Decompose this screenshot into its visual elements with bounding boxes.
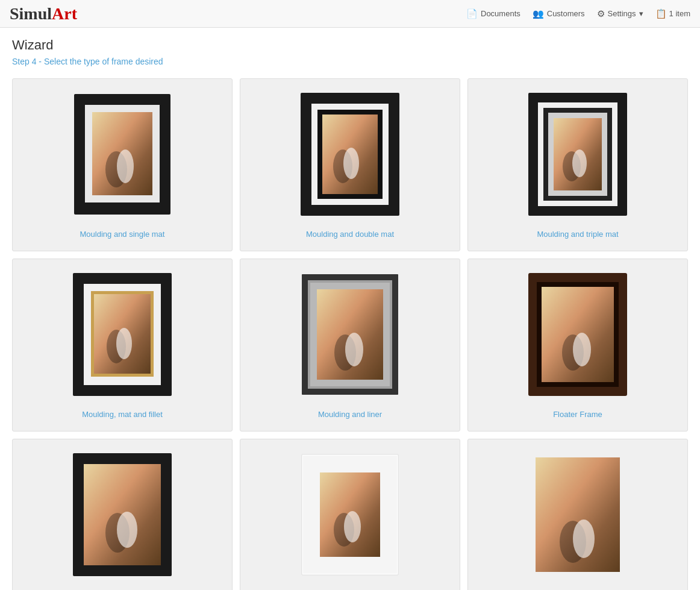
frame-card-mat-fillet[interactable]: Moulding, mat and fillet	[12, 259, 233, 432]
frame-image-mat-fillet	[68, 271, 177, 398]
nav-customers[interactable]: 👥 Customers	[533, 8, 585, 19]
nav-cart[interactable]: 📋 1 item	[655, 8, 690, 19]
frame-card-image-only[interactable]: Image only	[467, 439, 688, 590]
frame-label-liner: Moulding and liner	[318, 410, 382, 419]
page-content: Wizard Step 4 - Select the type of frame…	[0, 28, 700, 590]
documents-label: Documents	[481, 9, 520, 18]
frame-image-liner	[296, 271, 404, 398]
frame-grid: Moulding and single mat	[12, 78, 688, 590]
frame-image-single-mat	[68, 91, 177, 218]
frame-image-double-mat	[296, 91, 404, 218]
frame-image-triple-mat	[523, 91, 632, 218]
step-description: Step 4 - Select the type of frame desire…	[12, 57, 688, 66]
frame-card-moulding-triple-mat[interactable]: Moulding and triple mat	[467, 78, 688, 251]
logo-art: Art	[52, 4, 77, 23]
svg-point-20	[572, 149, 587, 177]
frame-card-moulding-only[interactable]: Moulding only	[12, 439, 233, 590]
logo-simul: Simul	[10, 4, 52, 23]
frame-label-triple-mat: Moulding and triple mat	[537, 230, 618, 239]
svg-point-27	[116, 328, 132, 359]
frame-card-floater[interactable]: Floater Frame	[467, 259, 688, 432]
customers-icon: 👥	[533, 8, 544, 19]
svg-point-45	[117, 512, 137, 548]
frame-image-floater	[523, 271, 632, 398]
cart-icon: 📋	[655, 8, 667, 19]
svg-point-34	[345, 333, 363, 366]
frame-label-single-mat: Moulding and single mat	[80, 230, 165, 239]
frame-card-liner[interactable]: Moulding and liner	[240, 259, 460, 432]
nav-documents[interactable]: 📄 Documents	[466, 8, 520, 19]
settings-label: Settings	[608, 9, 636, 18]
step-prefix: Step 4 -	[12, 57, 44, 66]
frame-card-moulding-double-mat[interactable]: Moulding and double mat	[240, 78, 460, 251]
svg-point-12	[343, 148, 359, 179]
documents-icon: 📄	[466, 8, 478, 19]
svg-point-54	[573, 519, 595, 558]
frame-card-moulding-single-mat[interactable]: Moulding and single mat	[12, 78, 233, 251]
frame-label-mat-fillet: Moulding, mat and fillet	[82, 410, 163, 419]
settings-dropdown-icon: ▾	[639, 9, 643, 18]
frame-label-double-mat: Moulding and double mat	[306, 230, 394, 239]
logo: SimulArt	[10, 4, 77, 24]
svg-point-51	[344, 511, 361, 542]
frame-image-moulding-only	[68, 451, 177, 578]
frame-label-floater: Floater Frame	[553, 410, 602, 419]
frame-image-mat-only	[296, 451, 404, 578]
frame-card-mat-only[interactable]: Mat only	[240, 439, 460, 590]
nav-settings[interactable]: ⚙ Settings ▾	[597, 8, 643, 19]
page-title: Wizard	[12, 37, 688, 53]
nav-links: 📄 Documents 👥 Customers ⚙ Settings ▾ 📋 1…	[466, 8, 690, 19]
svg-point-40	[573, 333, 591, 366]
svg-point-5	[117, 149, 134, 183]
step-text: Select the type of frame desired	[44, 57, 163, 66]
navbar: SimulArt 📄 Documents 👥 Customers ⚙ Setti…	[0, 0, 700, 28]
frame-image-image-only	[523, 451, 632, 578]
cart-label: 1 item	[669, 9, 690, 18]
settings-icon: ⚙	[597, 8, 605, 19]
customers-label: Customers	[547, 9, 585, 18]
